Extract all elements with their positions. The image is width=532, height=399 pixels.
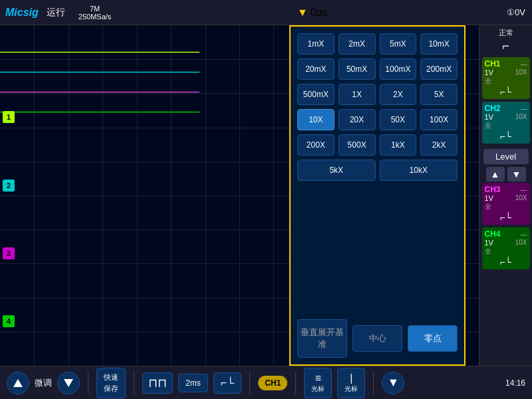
cursor2-line-icon: | — [350, 372, 352, 384]
ch2-voltage: 1V — [485, 113, 493, 121]
ch3-block[interactable]: CH3 — 1V 10X 全 ⌐└ — [482, 183, 530, 225]
zoom-btn-500X[interactable]: 500X — [338, 134, 376, 156]
trigger-arrow-top: ▼ — [297, 7, 308, 19]
zoom-row-2-g: 20mX50mX100mX200mX — [297, 59, 458, 80]
fine-tune-label: 微调 — [35, 377, 52, 389]
zoom-btn-5X[interactable]: 5X — [420, 84, 458, 105]
top-bar: Micsig 运行 7M 250MSa/s ▼ 0ps ①0V — [0, 0, 532, 25]
ch3-voltage: 1V — [485, 194, 493, 202]
ch4-voltage: 1V — [485, 239, 493, 247]
zoom-row-5-g: 200X500X1kX2kX — [297, 134, 458, 156]
ch2-dash: — — [521, 105, 527, 112]
ch2-mode: 全 — [485, 121, 527, 130]
ch1-probe: 10X — [515, 68, 527, 76]
ch3-probe: 10X — [515, 194, 527, 202]
zoom-btn-1mX[interactable]: 1mX — [297, 33, 334, 55]
save-label2: 保存 — [104, 384, 118, 394]
zoom-btn-5kX[interactable]: 5kX — [297, 160, 376, 181]
zoom-btn-1kX[interactable]: 1kX — [380, 134, 417, 156]
ch4-info: 1V 10X — [485, 239, 527, 247]
zoom-row-1: 1mX2mX5mX10mX — [297, 33, 458, 55]
ch2-name: CH2 — [485, 104, 501, 113]
zoom-btn-50mX[interactable]: 50mX — [338, 59, 376, 80]
zoom-btn-1X[interactable]: 1X — [338, 84, 376, 105]
anchor-zero-btn[interactable]: 零点 — [408, 325, 458, 352]
ch1-mode: 全 — [485, 76, 527, 86]
ch4-block[interactable]: CH4 — 1V 10X 全 ⌐└ — [482, 227, 530, 269]
grid-v-7 — [239, 25, 240, 366]
zoom-btn-200mX[interactable]: 200mX — [420, 59, 458, 80]
mode-icon: ⌐ — [502, 39, 509, 53]
quick-save-btn[interactable]: 快速 保存 — [96, 368, 126, 398]
level-btn[interactable]: Level — [483, 149, 529, 164]
cursor2-btn[interactable]: | 光标 — [337, 368, 365, 398]
ch4-probe: 10X — [515, 239, 527, 247]
sample-rate-label: 250MSa/s — [78, 13, 112, 21]
ch3-mode: 全 — [485, 202, 527, 211]
divider-3 — [249, 372, 250, 394]
divider-5 — [373, 372, 374, 394]
zoom-btn-100mX[interactable]: 100mX — [380, 59, 417, 80]
chevron-down-icon: ▼ — [387, 376, 399, 390]
ch4-mode: 全 — [485, 247, 527, 256]
zoom-btn-10X[interactable]: 10X — [297, 109, 334, 130]
zoom-panel: 1mX2mX5mX10mX 20mX50mX100mX200mX 500mX1X… — [289, 25, 466, 366]
ch4-wave-icon: ⌐└ — [485, 257, 527, 267]
ch4-marker: 4 — [3, 315, 15, 327]
zoom-row-6-g: 5kX10kX — [297, 160, 458, 181]
cursor1-label: 光标 — [311, 384, 325, 394]
level-down-btn[interactable]: ▼ — [507, 167, 526, 182]
zoom-btn-10mX[interactable]: 10mX — [420, 33, 458, 55]
fine-tune-up-btn[interactable] — [7, 372, 29, 394]
zoom-btn-100X[interactable]: 100X — [420, 109, 458, 130]
anchor-base-btn[interactable]: 垂直展开基准 — [297, 319, 347, 358]
zoom-row-4-g: 10X20X50X100X — [297, 109, 458, 130]
menu-chevron-btn[interactable]: ▼ — [382, 372, 404, 394]
cursor1-lines-icon: ≡ — [315, 372, 321, 384]
ch1-block[interactable]: CH1 — 1V 10X 全 ⌐└ — [482, 57, 530, 99]
zoom-btn-2mX[interactable]: 2mX — [338, 33, 376, 55]
zoom-btn-20mX[interactable]: 20mX — [297, 59, 334, 80]
divider-2 — [134, 372, 134, 394]
fine-tune-down-btn[interactable] — [57, 372, 80, 394]
ch4-name: CH4 — [485, 229, 501, 239]
bottom-bar: 微调 快速 保存 ⊓⊓ 2ms ⌐└ CH1 ≡ 光标 | 光标 ▼ 14:16 — [0, 366, 532, 399]
timebase-btn[interactable]: 2ms — [178, 374, 208, 392]
zoom-btn-5mX[interactable]: 5mX — [380, 33, 417, 55]
level-up-btn[interactable]: ▲ — [486, 167, 505, 182]
ch1-header: CH1 — — [485, 59, 527, 68]
ch-badge[interactable]: CH1 — [258, 376, 287, 390]
zoom-btn-2kX[interactable]: 2kX — [420, 134, 458, 156]
zoom-btn-50X[interactable]: 50X — [380, 109, 417, 130]
divider-1 — [88, 372, 88, 394]
ch3-header: CH3 — — [485, 185, 527, 194]
anchor-center-btn[interactable]: 中心 — [352, 325, 402, 352]
timebase-label: 2ms — [186, 378, 201, 388]
level-arrows: ▲ ▼ — [486, 167, 526, 182]
waveform-icon-btn[interactable]: ⊓⊓ — [142, 372, 173, 394]
pulse-icon-btn[interactable]: ⌐└ — [213, 372, 242, 394]
ch3-dash: — — [521, 186, 527, 194]
ch1-wave-icon: ⌐└ — [485, 86, 527, 97]
ch4-dash: — — [521, 231, 527, 238]
zoom-btn-500mX[interactable]: 500mX — [297, 84, 334, 105]
mode-label: 正常 — [499, 28, 513, 38]
time-offset-label: 0ps — [311, 7, 328, 19]
zoom-btn-200X[interactable]: 200X — [297, 134, 334, 156]
ch2-marker: 2 — [3, 180, 15, 192]
zoom-row-3-g: 500mX1X2X5X — [297, 84, 458, 105]
cursor1-btn[interactable]: ≡ 光标 — [304, 368, 332, 398]
grid-v-8 — [273, 25, 274, 366]
ch2-probe: 10X — [515, 113, 527, 121]
ch4-header: CH4 — — [485, 229, 527, 239]
ch1-marker: 1 — [3, 111, 15, 123]
status-run: 运行 — [47, 7, 65, 19]
waveform-display — [0, 25, 200, 125]
bandwidth-label: 7M — [90, 5, 100, 13]
zoom-btn-20X[interactable]: 20X — [338, 109, 376, 130]
ch2-block[interactable]: CH2 — 1V 10X 全 ⌐└ — [482, 102, 530, 144]
zoom-btn-2X[interactable]: 2X — [380, 84, 417, 105]
zoom-btn-10kX[interactable]: 10kX — [380, 160, 458, 181]
grid-v-6 — [205, 25, 206, 366]
save-label: 快速 — [104, 372, 118, 382]
